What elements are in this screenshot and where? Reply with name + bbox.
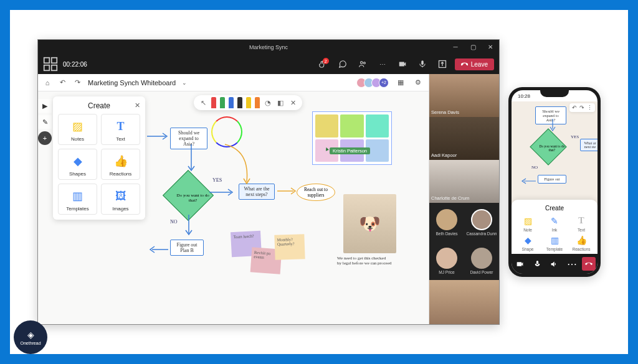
brand-logo: ◈ Onethread [14,320,47,354]
mobile-create-note[interactable]: ▨Note [515,215,540,232]
add-tool-icon[interactable]: + [38,131,52,145]
participant-tile[interactable] [429,280,499,324]
flow-node-planb[interactable]: Figure out [538,175,566,184]
mic-icon[interactable] [415,57,430,72]
flow-label-no: NO [170,219,178,225]
select-tool-icon[interactable]: ▶ [38,99,52,113]
svg-rect-2 [44,65,50,71]
raise-hand-icon[interactable]: 2 [315,57,330,72]
window-maximize-button[interactable]: ▢ [464,40,482,54]
pen-yellow[interactable] [246,97,251,108]
toolbar-close-icon[interactable]: ✕ [288,98,297,107]
more-icon[interactable]: ⋯ [565,257,579,271]
presence-avatars[interactable]: +2 [359,78,389,88]
people-icon[interactable] [355,57,370,72]
cursor-icon[interactable]: ↖ [199,98,207,107]
cube-icon: ◈ [27,330,34,340]
reaction-badge: 2 [323,58,329,64]
mobile-create-reactions[interactable]: 👍Reactions [569,234,594,251]
chat-icon[interactable] [335,57,350,72]
create-panel: Create ✕ ▨Notes TText ◆Shapes 👍Reactions… [53,96,145,220]
mobile-device: 10:28 ↶ ↷ ⋮ Should we expand to Asia? Do… [508,87,601,277]
camera-icon[interactable] [395,57,410,72]
pen-black[interactable] [237,97,242,108]
mobile-create-ink[interactable]: ✎Ink [542,215,567,232]
participants-sidebar: Serena Davis Aadi Kapoor Charlotte de Cr… [429,74,499,324]
create-item-shapes[interactable]: ◆Shapes [58,149,97,180]
sticky-note[interactable]: Monthly? Quarterly? [274,234,305,260]
flow-decision-want[interactable]: Do you want to do that? [163,170,214,221]
meeting-timer: 00:22:06 [63,61,87,68]
canvas-left-toolbar: ▶ ✎ + [38,99,52,145]
camera-icon[interactable] [513,257,527,271]
flow-node-nextsteps[interactable]: What ar next ste [580,139,598,151]
create-panel-title: Create [88,101,110,110]
pen-green[interactable] [220,97,225,108]
redo-icon[interactable]: ↷ [73,78,82,87]
share-icon[interactable] [435,57,450,72]
mobile-create-template[interactable]: ▥Template [542,234,567,251]
whiteboard-area: ⌂ ↶ ↷ Marketing Synch Whiteboard ⌄ +2 ▦ … [38,74,429,324]
settings-icon[interactable]: ⚙ [412,77,424,88]
chevron-down-icon[interactable]: ⌄ [182,80,187,86]
window-close-button[interactable]: ✕ [482,40,499,54]
highlighter-icon[interactable]: ◔ [264,98,272,107]
image-dog[interactable]: 🐶 [343,194,396,253]
pen-toolbar: ↖ ◔ ◧ ✕ [194,95,302,110]
close-icon[interactable]: ✕ [135,101,140,110]
svg-rect-0 [44,58,50,63]
meeting-controls-bar: 00:22:06 2 ⋯ Leave [38,54,499,74]
mobile-create-shape[interactable]: ◆Shape [515,234,540,251]
mobile-canvas-toolbar: ↶ ↷ ⋮ [569,103,595,112]
grid-view-icon[interactable] [43,57,58,72]
undo-icon[interactable]: ↶ [572,105,577,111]
sticky-board[interactable] [312,111,392,165]
grid-toggle-icon[interactable]: ▦ [395,77,406,88]
leave-button[interactable]: Leave [455,58,494,70]
speaker-icon[interactable] [548,257,561,271]
svg-point-4 [360,62,363,64]
more-icon[interactable]: ⋮ [587,105,593,111]
create-item-images[interactable]: 🖼Images [101,184,140,215]
participant-tile-small[interactable]: David Power [464,241,499,280]
participant-tile[interactable]: Charlotte de Crum [429,160,499,203]
whiteboard-header: ⌂ ↶ ↷ Marketing Synch Whiteboard ⌄ +2 ▦ … [38,74,429,91]
collab-cursor: Kristin Patterson [330,147,370,154]
more-icon[interactable]: ⋯ [375,57,390,72]
pen-tool-icon[interactable]: ✎ [38,115,52,129]
participant-tile[interactable]: Aadi Kapoor [429,117,499,160]
pen-orange[interactable] [255,97,260,108]
flow-label-no: NO [531,165,538,170]
redo-icon[interactable]: ↷ [579,105,584,111]
notch [540,90,569,97]
eraser-icon[interactable]: ◧ [276,98,285,107]
rainbow-annotation [211,116,242,147]
flow-decision-want[interactable]: Do you want to do that? [530,128,566,165]
window-titlebar: Marketing Sync ─ ▢ ✕ [38,40,499,54]
participant-tile-small[interactable]: Beth Davies [429,203,464,241]
whiteboard-canvas[interactable]: ▶ ✎ + Create ✕ ▨Notes TText ◆Shapes 👍Rea… [38,91,429,324]
create-item-notes[interactable]: ▨Notes [58,114,97,145]
create-item-templates[interactable]: ▥Templates [58,184,97,215]
desktop-app-window: Marketing Sync ─ ▢ ✕ 00:22:06 2 ⋯ [37,39,500,325]
participant-tile-small[interactable]: Cassandra Dunn [464,203,499,241]
whiteboard-title[interactable]: Marketing Synch Whiteboard [88,79,176,86]
mic-icon[interactable] [530,257,544,271]
pen-blue[interactable] [229,97,234,108]
create-item-reactions[interactable]: 👍Reactions [101,149,140,180]
mobile-screen: 10:28 ↶ ↷ ⋮ Should we expand to Asia? Do… [512,90,598,274]
flow-label-yes: YES [571,134,579,139]
flow-node-reachout[interactable]: Reach out to suppliers [297,184,335,201]
hangup-button[interactable] [582,257,596,271]
participant-tile[interactable]: Serena Davis [429,74,499,117]
mobile-create-text[interactable]: TText [569,215,594,232]
pen-red[interactable] [211,97,216,108]
home-icon[interactable]: ⌂ [43,78,52,87]
flow-node-planb[interactable]: Figure out Plan B [170,240,204,256]
participant-tile-small[interactable]: MJ Price [429,241,464,280]
undo-icon[interactable]: ↶ [58,78,67,87]
create-item-text[interactable]: TText [101,114,140,145]
avatar-more: +2 [379,78,389,88]
window-minimize-button[interactable]: ─ [447,40,464,54]
mobile-whiteboard-canvas[interactable]: ↶ ↷ ⋮ Should we expand to Asia? Do you w… [512,101,598,254]
